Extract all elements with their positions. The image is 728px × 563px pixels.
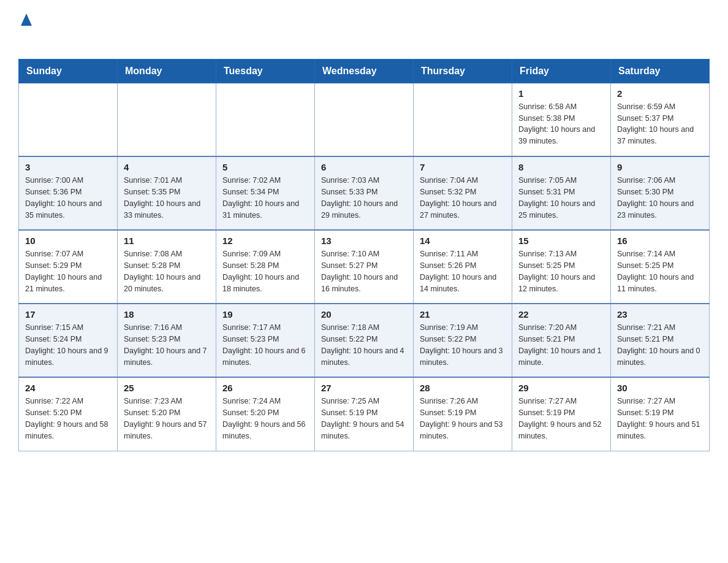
calendar-cell: 30Sunrise: 7:27 AMSunset: 5:19 PMDayligh… <box>611 377 710 451</box>
day-info: Sunrise: 7:15 AMSunset: 5:24 PMDaylight:… <box>25 322 111 368</box>
day-info: Sunrise: 7:00 AMSunset: 5:36 PMDaylight:… <box>25 175 111 221</box>
day-info: Sunrise: 7:07 AMSunset: 5:29 PMDaylight:… <box>25 248 111 294</box>
day-info: Sunrise: 7:05 AMSunset: 5:31 PMDaylight:… <box>518 175 604 221</box>
svg-marker-0 <box>21 13 32 26</box>
day-info: Sunrise: 7:19 AMSunset: 5:22 PMDaylight:… <box>420 322 506 368</box>
calendar-cell: 19Sunrise: 7:17 AMSunset: 5:23 PMDayligh… <box>216 304 315 377</box>
calendar-cell: 28Sunrise: 7:26 AMSunset: 5:19 PMDayligh… <box>414 377 512 451</box>
day-number: 19 <box>222 309 308 320</box>
day-number: 8 <box>518 162 604 172</box>
calendar-cell: 24Sunrise: 7:22 AMSunset: 5:20 PMDayligh… <box>19 377 118 451</box>
calendar-cell: 1Sunrise: 6:58 AMSunset: 5:38 PMDaylight… <box>512 83 611 156</box>
day-info: Sunrise: 7:04 AMSunset: 5:32 PMDaylight:… <box>420 175 506 221</box>
calendar-cell <box>414 83 512 156</box>
day-info: Sunrise: 7:26 AMSunset: 5:19 PMDaylight:… <box>420 396 506 442</box>
day-info: Sunrise: 7:02 AMSunset: 5:34 PMDaylight:… <box>222 175 308 221</box>
day-number: 22 <box>518 309 604 320</box>
day-number: 4 <box>124 162 210 172</box>
day-info: Sunrise: 7:27 AMSunset: 5:19 PMDaylight:… <box>518 396 604 442</box>
day-number: 3 <box>25 162 111 172</box>
day-number: 30 <box>617 383 703 393</box>
day-info: Sunrise: 6:59 AMSunset: 5:37 PMDaylight:… <box>617 101 703 147</box>
calendar-row-5: 24Sunrise: 7:22 AMSunset: 5:20 PMDayligh… <box>19 377 710 451</box>
day-number: 29 <box>518 383 604 393</box>
day-info: Sunrise: 7:17 AMSunset: 5:23 PMDaylight:… <box>222 322 308 368</box>
weekday-header-monday: Monday <box>118 59 216 83</box>
calendar-cell: 6Sunrise: 7:03 AMSunset: 5:33 PMDaylight… <box>315 156 414 230</box>
calendar-cell: 5Sunrise: 7:02 AMSunset: 5:34 PMDaylight… <box>216 156 315 230</box>
calendar-cell: 11Sunrise: 7:08 AMSunset: 5:28 PMDayligh… <box>118 230 216 304</box>
calendar-row-2: 3Sunrise: 7:00 AMSunset: 5:36 PMDaylight… <box>19 156 710 230</box>
calendar-cell: 14Sunrise: 7:11 AMSunset: 5:26 PMDayligh… <box>414 230 512 304</box>
calendar-cell: 29Sunrise: 7:27 AMSunset: 5:19 PMDayligh… <box>512 377 611 451</box>
day-info: Sunrise: 7:18 AMSunset: 5:22 PMDaylight:… <box>321 322 407 368</box>
day-info: Sunrise: 7:01 AMSunset: 5:35 PMDaylight:… <box>124 175 210 221</box>
day-number: 26 <box>222 383 308 393</box>
day-number: 12 <box>222 236 308 246</box>
day-info: Sunrise: 7:14 AMSunset: 5:25 PMDaylight:… <box>617 248 703 294</box>
logo-arrow-icon <box>21 13 32 29</box>
calendar-cell <box>315 83 414 156</box>
day-number: 7 <box>420 162 506 172</box>
calendar-cell: 15Sunrise: 7:13 AMSunset: 5:25 PMDayligh… <box>512 230 611 304</box>
calendar-row-1: 1Sunrise: 6:58 AMSunset: 5:38 PMDaylight… <box>19 83 710 156</box>
day-number: 17 <box>25 309 111 320</box>
day-info: Sunrise: 7:21 AMSunset: 5:21 PMDaylight:… <box>617 322 703 368</box>
weekday-header-saturday: Saturday <box>611 59 710 83</box>
day-info: Sunrise: 7:10 AMSunset: 5:27 PMDaylight:… <box>321 248 407 294</box>
calendar-cell: 7Sunrise: 7:04 AMSunset: 5:32 PMDaylight… <box>414 156 512 230</box>
day-info: Sunrise: 7:16 AMSunset: 5:23 PMDaylight:… <box>124 322 210 368</box>
day-number: 25 <box>124 383 210 393</box>
day-number: 27 <box>321 383 407 393</box>
calendar-cell: 27Sunrise: 7:25 AMSunset: 5:19 PMDayligh… <box>315 377 414 451</box>
day-info: Sunrise: 7:08 AMSunset: 5:28 PMDaylight:… <box>124 248 210 294</box>
day-number: 5 <box>222 162 308 172</box>
calendar-row-4: 17Sunrise: 7:15 AMSunset: 5:24 PMDayligh… <box>19 304 710 377</box>
day-number: 9 <box>617 162 703 172</box>
weekday-header-wednesday: Wednesday <box>315 59 414 83</box>
calendar-cell: 4Sunrise: 7:01 AMSunset: 5:35 PMDaylight… <box>118 156 216 230</box>
day-info: Sunrise: 7:13 AMSunset: 5:25 PMDaylight:… <box>518 248 604 294</box>
day-info: Sunrise: 7:06 AMSunset: 5:30 PMDaylight:… <box>617 175 703 221</box>
calendar-cell: 9Sunrise: 7:06 AMSunset: 5:30 PMDaylight… <box>611 156 710 230</box>
calendar-cell <box>19 83 118 156</box>
calendar-row-3: 10Sunrise: 7:07 AMSunset: 5:29 PMDayligh… <box>19 230 710 304</box>
calendar-cell: 26Sunrise: 7:24 AMSunset: 5:20 PMDayligh… <box>216 377 315 451</box>
day-number: 24 <box>25 383 111 393</box>
day-number: 2 <box>617 88 703 99</box>
day-number: 10 <box>25 236 111 246</box>
weekday-header-row: SundayMondayTuesdayWednesdayThursdayFrid… <box>19 59 710 83</box>
day-number: 1 <box>518 88 604 99</box>
calendar-cell: 22Sunrise: 7:20 AMSunset: 5:21 PMDayligh… <box>512 304 611 377</box>
calendar-cell: 2Sunrise: 6:59 AMSunset: 5:37 PMDaylight… <box>611 83 710 156</box>
day-info: Sunrise: 7:11 AMSunset: 5:26 PMDaylight:… <box>420 248 506 294</box>
calendar-table: SundayMondayTuesdayWednesdayThursdayFrid… <box>18 59 710 451</box>
calendar-cell: 20Sunrise: 7:18 AMSunset: 5:22 PMDayligh… <box>315 304 414 377</box>
weekday-header-sunday: Sunday <box>19 59 118 83</box>
calendar-cell: 8Sunrise: 7:05 AMSunset: 5:31 PMDaylight… <box>512 156 611 230</box>
calendar-cell: 13Sunrise: 7:10 AMSunset: 5:27 PMDayligh… <box>315 230 414 304</box>
day-info: Sunrise: 7:27 AMSunset: 5:19 PMDaylight:… <box>617 396 703 442</box>
day-number: 20 <box>321 309 407 320</box>
day-number: 16 <box>617 236 703 246</box>
day-number: 13 <box>321 236 407 246</box>
page-header <box>18 12 710 47</box>
day-number: 23 <box>617 309 703 320</box>
day-number: 15 <box>518 236 604 246</box>
day-info: Sunrise: 7:25 AMSunset: 5:19 PMDaylight:… <box>321 396 407 442</box>
day-number: 21 <box>420 309 506 320</box>
calendar-cell: 12Sunrise: 7:09 AMSunset: 5:28 PMDayligh… <box>216 230 315 304</box>
calendar-cell: 10Sunrise: 7:07 AMSunset: 5:29 PMDayligh… <box>19 230 118 304</box>
day-info: Sunrise: 7:24 AMSunset: 5:20 PMDaylight:… <box>222 396 308 442</box>
day-number: 14 <box>420 236 506 246</box>
weekday-header-tuesday: Tuesday <box>216 59 315 83</box>
weekday-header-thursday: Thursday <box>414 59 512 83</box>
calendar-cell <box>118 83 216 156</box>
weekday-header-friday: Friday <box>512 59 611 83</box>
logo <box>18 12 32 47</box>
day-info: Sunrise: 7:03 AMSunset: 5:33 PMDaylight:… <box>321 175 407 221</box>
calendar-cell: 16Sunrise: 7:14 AMSunset: 5:25 PMDayligh… <box>611 230 710 304</box>
calendar-cell: 21Sunrise: 7:19 AMSunset: 5:22 PMDayligh… <box>414 304 512 377</box>
day-info: Sunrise: 6:58 AMSunset: 5:38 PMDaylight:… <box>518 101 604 147</box>
day-number: 28 <box>420 383 506 393</box>
